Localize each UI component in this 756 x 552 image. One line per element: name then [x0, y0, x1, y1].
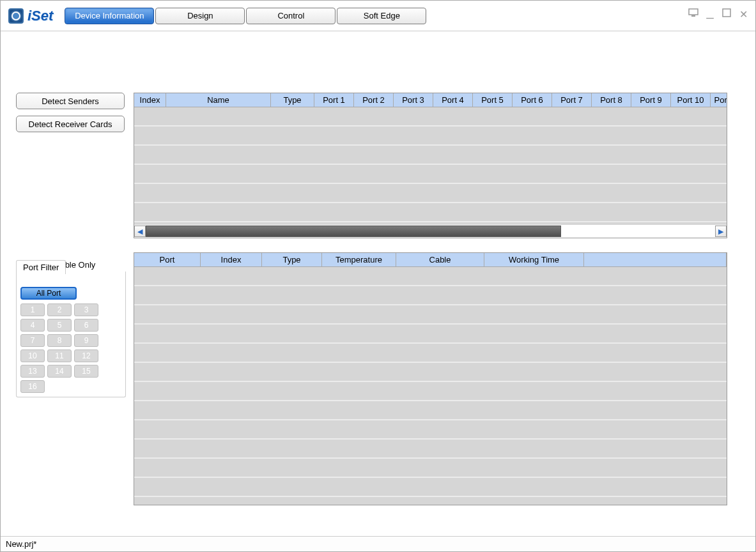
- port-15-button[interactable]: 15: [74, 365, 98, 378]
- monitor-icon[interactable]: [688, 8, 699, 20]
- receivers-col-working-time[interactable]: Working Time: [484, 253, 584, 266]
- senders-col-port2[interactable]: Port 2: [354, 93, 394, 107]
- table-row: [134, 459, 727, 478]
- senders-col-port10[interactable]: Port 10: [671, 93, 711, 107]
- table-row: [134, 286, 727, 305]
- detect-receivers-button[interactable]: Detect Receiver Cards: [16, 116, 125, 132]
- port-5-button[interactable]: 5: [47, 319, 72, 332]
- receivers-table-header: Port Index Type Temperature Cable Workin…: [134, 253, 727, 267]
- receivers-col-temperature[interactable]: Temperature: [322, 253, 396, 266]
- senders-col-type[interactable]: Type: [271, 93, 314, 107]
- senders-col-port1[interactable]: Port 1: [314, 93, 354, 107]
- senders-col-port-more[interactable]: Port: [711, 93, 727, 107]
- status-bar: New.prj*: [1, 536, 755, 551]
- all-port-button[interactable]: All Port: [20, 287, 77, 300]
- table-row: [134, 478, 727, 497]
- detect-senders-button[interactable]: Detect Senders: [16, 93, 125, 109]
- content-area: Detect Senders Detect Receiver Cards Fai…: [1, 31, 755, 536]
- senders-table-body: [134, 107, 727, 225]
- svg-rect-0: [689, 9, 698, 15]
- receivers-table-body: [134, 267, 727, 505]
- port-3-button[interactable]: 3: [74, 303, 98, 316]
- table-row: [134, 107, 727, 126]
- port-11-button[interactable]: 11: [47, 349, 72, 362]
- receivers-col-index[interactable]: Index: [201, 253, 262, 266]
- port-8-button[interactable]: 8: [47, 334, 72, 347]
- minimize-icon[interactable]: _: [704, 8, 716, 20]
- senders-col-port6[interactable]: Port 6: [513, 93, 552, 107]
- left-sidebar: Detect Senders Detect Receiver Cards: [16, 93, 126, 139]
- status-filename: New.prj*: [6, 539, 36, 549]
- receivers-col-type[interactable]: Type: [262, 253, 322, 266]
- port-grid: 1 2 3 4 5 6 7 8 9 10 11 12 13 14 15 16: [19, 303, 123, 393]
- window-controls: _ ✕: [688, 8, 749, 20]
- table-row: [134, 203, 727, 222]
- scroll-left-icon[interactable]: ◀: [134, 226, 146, 237]
- port-1-button[interactable]: 1: [20, 303, 45, 316]
- receivers-col-cable[interactable]: Cable: [396, 253, 484, 266]
- table-row: [134, 325, 727, 344]
- senders-table-header: Index Name Type Port 1 Port 2 Port 3 Por…: [134, 93, 727, 107]
- port-10-button[interactable]: 10: [20, 349, 45, 362]
- tab-design[interactable]: Design: [155, 8, 245, 24]
- table-row: [134, 497, 727, 505]
- table-row: [134, 146, 727, 165]
- tab-device-information[interactable]: Device Information: [65, 8, 154, 24]
- port-7-button[interactable]: 7: [20, 334, 45, 347]
- port-4-button[interactable]: 4: [20, 319, 45, 332]
- receivers-col-extra: [584, 253, 727, 266]
- table-row: [134, 344, 727, 363]
- table-row: [134, 420, 727, 440]
- table-row: [134, 401, 727, 420]
- table-row: [134, 440, 727, 459]
- table-row: [134, 126, 727, 146]
- port-13-button[interactable]: 13: [20, 365, 45, 378]
- table-row: [134, 382, 727, 401]
- port-6-button[interactable]: 6: [74, 319, 98, 332]
- senders-col-port7[interactable]: Port 7: [552, 93, 592, 107]
- table-row: [134, 363, 727, 382]
- table-row: [134, 165, 727, 184]
- port-14-button[interactable]: 14: [47, 365, 72, 378]
- senders-table: Index Name Type Port 1 Port 2 Port 3 Por…: [134, 93, 727, 238]
- senders-col-index[interactable]: Index: [134, 93, 166, 107]
- port-2-button[interactable]: 2: [47, 303, 72, 316]
- scroll-thumb[interactable]: [146, 226, 561, 237]
- maximize-icon[interactable]: [721, 8, 732, 20]
- svg-rect-2: [723, 9, 730, 17]
- port-9-button[interactable]: 9: [74, 334, 98, 347]
- senders-col-port4[interactable]: Port 4: [433, 93, 473, 107]
- senders-scrollbar[interactable]: ◀ ▶: [134, 225, 727, 238]
- senders-col-port9[interactable]: Port 9: [631, 93, 671, 107]
- receivers-table: Port Index Type Temperature Cable Workin…: [134, 252, 727, 505]
- tab-soft-edge[interactable]: Soft Edge: [337, 8, 426, 24]
- port-filter-panel: Port Filter All Port 1 2 3 4 5 6 7 8 9 1…: [16, 272, 126, 397]
- close-icon[interactable]: ✕: [737, 8, 749, 20]
- port-filter-title: Port Filter: [16, 260, 66, 274]
- senders-col-name[interactable]: Name: [166, 93, 271, 107]
- table-row: [134, 305, 727, 325]
- senders-col-port5[interactable]: Port 5: [473, 93, 513, 107]
- svg-rect-1: [691, 15, 695, 17]
- receivers-col-port[interactable]: Port: [134, 253, 201, 266]
- port-16-button[interactable]: 16: [20, 380, 45, 393]
- main-tabs: Device Information Design Control Soft E…: [65, 8, 428, 24]
- scroll-track[interactable]: [146, 226, 715, 237]
- scroll-right-icon[interactable]: ▶: [715, 226, 727, 237]
- senders-col-port3[interactable]: Port 3: [394, 93, 433, 107]
- senders-col-port8[interactable]: Port 8: [592, 93, 631, 107]
- app-logo-icon: [8, 8, 24, 24]
- port-12-button[interactable]: 12: [74, 349, 98, 362]
- app-title: iSet: [27, 8, 53, 24]
- title-bar: iSet Device Information Design Control S…: [1, 1, 755, 31]
- table-row: [134, 267, 727, 286]
- tab-control[interactable]: Control: [246, 8, 336, 24]
- table-row: [134, 184, 727, 203]
